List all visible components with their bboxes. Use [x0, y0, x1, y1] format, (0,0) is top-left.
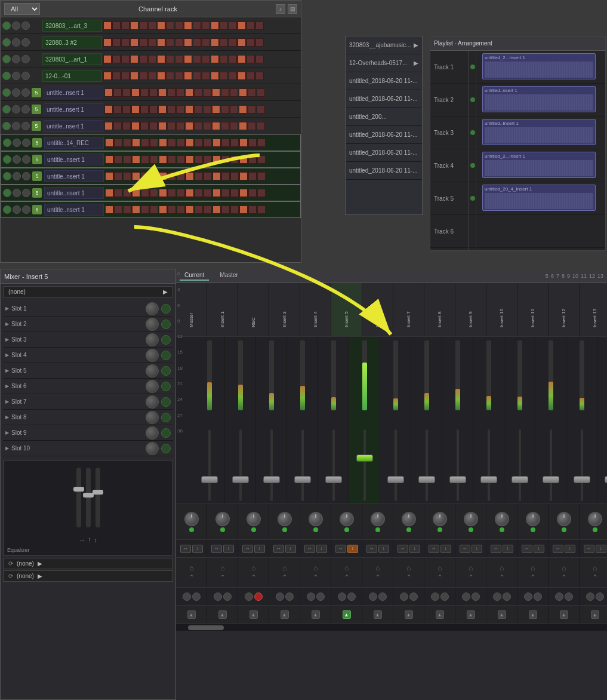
cr-pat-btn-1-17[interactable] — [255, 38, 264, 47]
cr-pat-btn-0-6[interactable] — [157, 22, 165, 30]
route-icon2-9[interactable]: ⌃ — [468, 573, 474, 582]
route-icon-8[interactable]: ⌂ — [437, 564, 442, 572]
mixer-scrollbar[interactable] — [176, 624, 607, 631]
slot-expand-4[interactable]: ▶ — [5, 368, 9, 373]
cr-pat-btn-3-17[interactable] — [255, 72, 264, 80]
channel-row-4[interactable]: 5untitle..nsert 1 — [1, 84, 301, 101]
cr-pat-btn-9-13[interactable] — [221, 172, 230, 180]
cr-pat-btn-4-7[interactable] — [167, 88, 175, 97]
knob-12[interactable] — [557, 512, 571, 526]
rec-dot2-8[interactable] — [440, 592, 449, 601]
cr-pat-btn-6-6[interactable] — [158, 122, 167, 130]
channel-list-arrow-1[interactable]: ▶ — [414, 60, 418, 66]
arr-btn-13[interactable]: ▲ — [591, 610, 599, 619]
slot-row-9[interactable]: ▶Slot 10 — [3, 441, 173, 456]
eq-fader-thumb-3[interactable] — [93, 490, 103, 495]
cr-btn2-8[interactable] — [13, 155, 21, 164]
arr-btn-0[interactable]: ▲ — [187, 610, 196, 619]
arr-btn-2[interactable]: ▲ — [249, 610, 258, 619]
fader-thumb-1[interactable] — [232, 476, 249, 483]
mixer-channel-header-3[interactable]: Insert 3 — [269, 283, 300, 336]
cr-pat-btn-7-3[interactable] — [132, 139, 140, 147]
route-icon2-12[interactable]: ⌃ — [561, 573, 567, 582]
cr-green-btn-1[interactable] — [2, 38, 11, 47]
cr-btn3-7[interactable] — [22, 139, 30, 147]
fader-thumb-3[interactable] — [294, 476, 311, 483]
cr-pat-btn-8-17[interactable] — [257, 155, 266, 164]
route-icon2-11[interactable]: ⌃ — [530, 573, 536, 582]
cr-pat-btn-9-15[interactable] — [239, 172, 248, 180]
arr-btn-11[interactable]: ▲ — [529, 610, 537, 619]
fader-thumb-2[interactable] — [263, 476, 280, 483]
cr-pat-btn-6-14[interactable] — [230, 122, 238, 130]
cr-pat-btn-0-4[interactable] — [139, 22, 147, 30]
cr-pat-btn-11-8[interactable] — [177, 205, 185, 214]
slot-toggle-2[interactable] — [161, 335, 171, 345]
cr-pat-btn-6-2[interactable] — [122, 122, 131, 130]
cr-btn3-1[interactable] — [21, 38, 30, 47]
slot-row-3[interactable]: ▶Slot 4 — [3, 348, 173, 363]
cr-btn3-8[interactable] — [22, 155, 30, 164]
mixer-channel-header-7[interactable]: Insert 7 — [393, 283, 424, 336]
mixer-channel-header-9[interactable]: Insert 9 — [455, 283, 486, 336]
channel-row-9[interactable]: 5untitle..nsert 1 — [1, 168, 301, 185]
mixer-channel-header-2[interactable]: REC — [238, 283, 269, 336]
cr-pat-btn-6-1[interactable] — [113, 122, 122, 130]
cr-pat-btn-3-6[interactable] — [157, 72, 165, 80]
cr-pat-btn-3-13[interactable] — [220, 72, 228, 80]
cr-pat-btn-4-15[interactable] — [239, 88, 247, 97]
cr-pat-btn-10-15[interactable] — [239, 189, 248, 197]
knob-11[interactable] — [526, 512, 540, 526]
cr-pat-btn-3-10[interactable] — [193, 72, 201, 80]
cr-pat-btn-10-17[interactable] — [257, 189, 266, 197]
cr-pat-btn-6-5[interactable] — [149, 122, 158, 130]
cr-pat-btn-4-4[interactable] — [140, 88, 149, 97]
cr-pat-btn-9-11[interactable] — [204, 172, 212, 180]
arr-btn-6[interactable]: ▲ — [374, 610, 382, 619]
cr-pat-btn-5-11[interactable] — [203, 105, 211, 113]
slot-knob-4[interactable] — [146, 364, 159, 377]
cr-pat-btn-8-16[interactable] — [248, 155, 257, 164]
cr-pat-btn-1-11[interactable] — [202, 38, 210, 47]
cr-pat-btn-9-9[interactable] — [186, 172, 194, 180]
rec-dot1-7[interactable] — [400, 592, 408, 601]
cr-pat-btn-8-3[interactable] — [132, 155, 140, 164]
send-btn-left-6[interactable]: ↔ — [366, 545, 377, 553]
mixer-channel-header-6[interactable]: Insert 6 — [362, 283, 393, 336]
send-btn-right-8[interactable]: ↕ — [440, 545, 451, 553]
cr-pat-btn-6-9[interactable] — [185, 122, 193, 130]
cr-pat-btn-11-4[interactable] — [141, 205, 149, 214]
channel-row-2[interactable]: 320803_...art_1 — [1, 51, 301, 67]
cr-pat-btn-11-0[interactable] — [105, 205, 113, 214]
cr-pat-btn-3-7[interactable] — [166, 72, 174, 80]
cr-pat-btn-2-6[interactable] — [157, 55, 165, 63]
cr-pat-btn-11-13[interactable] — [221, 205, 230, 214]
clip-2-0[interactable]: untitled..Insert 1 — [482, 119, 596, 145]
cr-btn2-6[interactable] — [12, 122, 20, 130]
cr-pat-btn-11-10[interactable] — [195, 205, 203, 214]
cr-pat-btn-2-4[interactable] — [139, 55, 147, 63]
slot-toggle-9[interactable] — [161, 444, 171, 453]
cr-pat-btn-10-14[interactable] — [230, 189, 239, 197]
cr-pat-btn-4-5[interactable] — [149, 88, 158, 97]
mixer-channel-header-4[interactable]: Insert 4 — [300, 283, 331, 336]
arr-btn-10[interactable]: ▲ — [498, 610, 506, 619]
slot-knob-8[interactable] — [146, 426, 159, 440]
slot-expand-9[interactable]: ▶ — [5, 446, 9, 451]
cr-pat-btn-2-5[interactable] — [148, 55, 156, 63]
cr-pat-btn-3-4[interactable] — [139, 72, 147, 80]
cr-pat-btn-7-1[interactable] — [114, 139, 122, 147]
knob-4[interactable] — [309, 512, 323, 526]
send-btn-right-9[interactable]: ↕ — [472, 545, 482, 553]
slot-row-5[interactable]: ▶Slot 6 — [3, 379, 173, 394]
cr-pat-btn-4-3[interactable] — [131, 88, 140, 97]
knob-5[interactable] — [340, 512, 354, 526]
cr-pat-btn-5-13[interactable] — [221, 105, 229, 113]
cr-green-btn-3[interactable] — [2, 72, 11, 80]
cr-pat-btn-1-9[interactable] — [184, 38, 192, 47]
slot-row-4[interactable]: ▶Slot 5 — [3, 363, 173, 379]
rec-dot2-10[interactable] — [503, 592, 511, 601]
cr-pat-btn-3-15[interactable] — [238, 72, 246, 80]
slot-expand-6[interactable]: ▶ — [5, 399, 9, 404]
mixer-channel-header-8[interactable]: Insert 8 — [424, 283, 455, 336]
